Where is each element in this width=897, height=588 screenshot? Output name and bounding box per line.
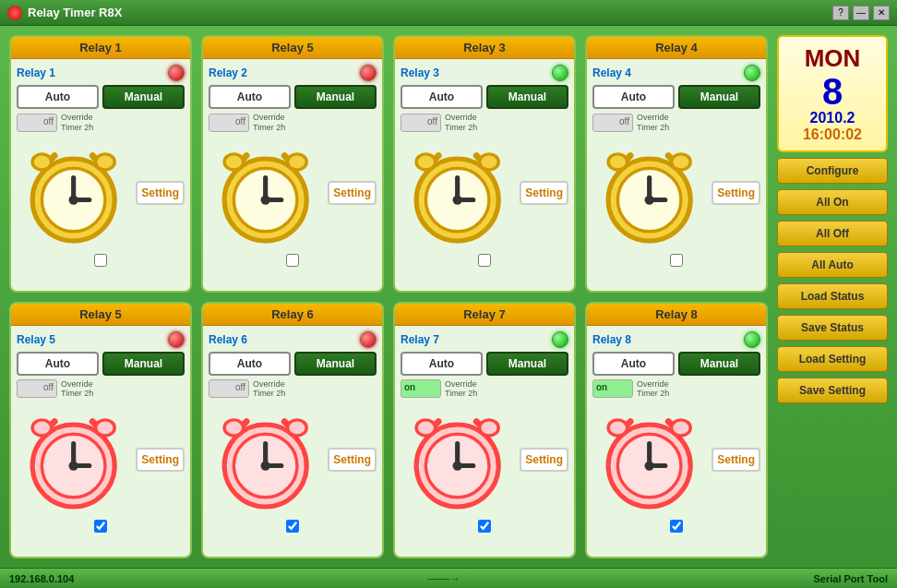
relay-3-manual-btn[interactable]: Manual (486, 85, 568, 109)
relay-8-header: Relay 8 (587, 304, 766, 326)
relay-6-checkbox-label[interactable] (286, 520, 299, 533)
relay-5-auto-btn[interactable]: Auto (17, 352, 99, 376)
day-display: MON (786, 44, 879, 73)
relay-card-8: Relay 8 Relay 8 Auto Manual (585, 302, 768, 559)
relay-5-checkbox-label[interactable] (94, 520, 107, 533)
svg-point-17 (288, 153, 307, 169)
minimize-button[interactable]: — (853, 6, 869, 20)
relay-8-toggle[interactable]: on (592, 379, 633, 398)
relay-5h-auto-btn[interactable]: Auto (209, 85, 291, 109)
all-auto-button[interactable]: All Auto (777, 252, 888, 278)
title-bar-controls: ? — ✕ (832, 6, 890, 20)
relay-card-6: Relay 6 Relay 6 Auto Manual (201, 302, 384, 559)
load-setting-button[interactable]: Load Setting (777, 346, 888, 372)
save-status-button[interactable]: Save Status (777, 315, 888, 341)
relay-7-clock-row: Setting (401, 402, 568, 516)
relay-5h-override-row: off OverrideTimer 2h (209, 113, 377, 133)
all-on-button[interactable]: All On (777, 189, 888, 215)
relay-1-manual-btn[interactable]: Manual (102, 85, 185, 109)
relay-4-auto-btn[interactable]: Auto (592, 85, 675, 109)
relay-5-checkbox[interactable] (94, 520, 107, 533)
relay-5-toggle[interactable]: off (17, 379, 57, 398)
relay-8-checkbox-label[interactable] (670, 520, 683, 533)
relay-card-1: Relay 1 Relay 1 Auto Manual (9, 35, 192, 293)
relay-7-checkbox-label[interactable] (478, 520, 491, 533)
relay-3-setting-btn[interactable]: Setting (520, 181, 568, 205)
status-ip: 192.168.0.104 (9, 573, 74, 584)
relay-6-setting-btn[interactable]: Setting (328, 448, 377, 472)
relay-5-clock-icon (17, 402, 130, 516)
relay-4-manual-btn[interactable]: Manual (678, 85, 760, 109)
configure-button[interactable]: Configure (777, 158, 888, 184)
relay-8-body: Relay 8 Auto Manual on (587, 326, 766, 558)
relay-5-override-row: off OverrideTimer 2h (17, 379, 185, 400)
relay-7-manual-btn[interactable]: Manual (486, 352, 568, 376)
relay-5h-toggle[interactable]: off (209, 114, 249, 132)
relay-4-checkbox[interactable] (670, 254, 683, 267)
relay-6-name: Relay 6 (209, 333, 247, 346)
relay-7-setting-btn[interactable]: Setting (520, 448, 568, 472)
load-status-button[interactable]: Load Status (777, 283, 888, 309)
relay-3-checkbox[interactable] (478, 254, 491, 267)
relay-card-7: Relay 7 Relay 7 Auto Manual (393, 302, 576, 559)
relay-1-name-row: Relay 1 (17, 65, 185, 81)
relay-6-override-text: OverrideTimer 2h (253, 379, 285, 400)
relay-6-toggle[interactable]: off (209, 379, 249, 398)
relay-5h-setting-btn[interactable]: Setting (328, 181, 377, 205)
close-button[interactable]: ✕ (873, 6, 890, 20)
relay-4-checkbox-row (592, 254, 760, 267)
relay-5h-header: Relay 5 (203, 37, 382, 59)
relay-8-led (744, 331, 760, 348)
relay-4-clock-row: Setting (592, 137, 760, 250)
relay-5h-checkbox[interactable] (286, 254, 299, 267)
relay-5-setting-btn[interactable]: Setting (136, 448, 185, 472)
relay-3-checkbox-label[interactable] (478, 254, 491, 267)
relay-card-3: Relay 3 Relay 3 Auto Manual (393, 35, 576, 293)
relay-1-checkbox[interactable] (94, 254, 107, 267)
relay-8-checkbox[interactable] (670, 520, 683, 533)
relay-5h-manual-btn[interactable]: Manual (294, 85, 377, 109)
relay-5-manual-btn[interactable]: Manual (102, 352, 185, 376)
relay-5-checkbox-row (17, 520, 185, 533)
relay-8-name-row: Relay 8 (592, 331, 760, 348)
relay-7-auto-btn[interactable]: Auto (401, 352, 483, 376)
relay-3-toggle-track: off (401, 114, 441, 132)
svg-point-22 (453, 195, 462, 204)
save-setting-button[interactable]: Save Setting (777, 378, 888, 403)
relay-5-toggle-label: off (43, 382, 54, 392)
relay-1-toggle[interactable]: off (17, 114, 57, 132)
relay-8-setting-btn[interactable]: Setting (712, 448, 760, 472)
relay-8-manual-btn[interactable]: Manual (678, 352, 760, 376)
relay-1-setting-btn[interactable]: Setting (136, 181, 185, 205)
relay-3-auto-btn[interactable]: Auto (401, 85, 483, 109)
relay-5-toggle-track: off (17, 379, 57, 398)
relay-7-checkbox[interactable] (478, 520, 491, 533)
relay-7-toggle[interactable]: on (401, 379, 441, 398)
relay-3-toggle[interactable]: off (401, 114, 441, 132)
help-button[interactable]: ? (832, 6, 849, 20)
relay-4-toggle[interactable]: off (592, 114, 633, 132)
all-off-button[interactable]: All Off (777, 221, 888, 246)
relay-row-2: Relay 5 Relay 5 Auto Manual (9, 302, 768, 559)
relay-3-override-text: OverrideTimer 2h (445, 113, 477, 133)
relay-5h-name: Relay 2 (209, 66, 247, 79)
relay-7-name: Relay 7 (401, 333, 439, 346)
relay-4-name-row: Relay 4 (592, 65, 760, 81)
relay-4-override-text: OverrideTimer 2h (637, 113, 669, 133)
relay-5h-checkbox-label[interactable] (286, 254, 299, 267)
relay-1-checkbox-label[interactable] (94, 254, 107, 267)
relay-7-toggle-track: on (401, 379, 441, 398)
relay-5-led (168, 331, 185, 348)
date-number: 8 (786, 73, 879, 110)
relay-1-auto-btn[interactable]: Auto (17, 85, 99, 109)
relay-6-manual-btn[interactable]: Manual (294, 352, 377, 376)
relay-4-setting-btn[interactable]: Setting (712, 181, 760, 205)
relay-6-auto-btn[interactable]: Auto (209, 352, 291, 376)
title-bar-text: Relay Timer R8X (28, 6, 832, 19)
relay-grid: Relay 1 Relay 1 Auto Manual (9, 35, 768, 558)
relay-4-checkbox-label[interactable] (670, 254, 683, 267)
svg-point-34 (608, 153, 628, 169)
relay-8-auto-btn[interactable]: Auto (592, 352, 675, 376)
relay-6-checkbox[interactable] (286, 520, 299, 533)
relay-1-led (168, 65, 185, 81)
